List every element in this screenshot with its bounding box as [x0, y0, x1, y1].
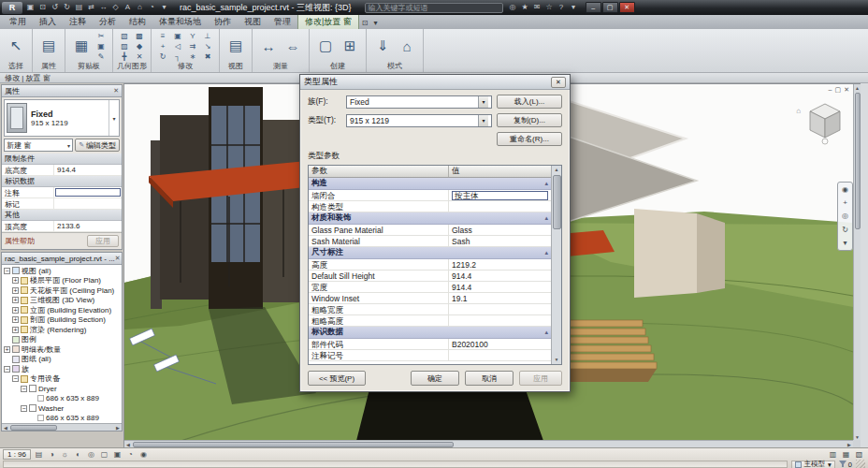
show-crop-region-icon[interactable]: ▣ — [111, 449, 123, 460]
save-icon[interactable]: ⊡ — [36, 1, 49, 14]
prop-value[interactable]: 2133.6 — [54, 221, 122, 231]
open-icon[interactable]: ▣ — [24, 1, 36, 14]
pin-icon[interactable]: ▴ — [544, 249, 548, 256]
param-group-row[interactable]: 构造▴ — [309, 178, 551, 190]
ribbon-tab-6[interactable]: 体量和场地 — [152, 14, 208, 29]
reveal-hidden-elements-icon[interactable]: ◉ — [137, 449, 150, 460]
prop-value[interactable]: 914.4 — [54, 165, 122, 175]
minimize-button[interactable]: – — [586, 2, 601, 13]
ok-button[interactable]: 确定 — [411, 371, 459, 386]
favorites-icon[interactable]: ☆ — [543, 1, 556, 14]
editable-only-icon[interactable]: ▦ — [840, 449, 852, 460]
rendering-dialog-icon[interactable]: ◎ — [85, 449, 97, 460]
param-value-cell[interactable]: 按主体 — [449, 190, 551, 200]
param-group-row[interactable]: 标识数据▴ — [309, 327, 551, 339]
rename-button[interactable]: 重命名(R)... — [497, 132, 562, 146]
redo-icon[interactable]: ↻ — [61, 1, 73, 14]
tree-item[interactable]: 天花板平面 (Ceiling Plan) — [30, 285, 114, 296]
family-dropdown[interactable]: Fixed ▾ — [346, 95, 492, 109]
selection-filter[interactable]: 0 — [839, 461, 852, 468]
viewcube[interactable] — [803, 98, 847, 145]
tree-item[interactable]: 视图 (all) — [22, 266, 51, 276]
copy-to-clipboard-icon[interactable]: ▣ — [94, 41, 108, 51]
scroll-up-icon[interactable]: ▲ — [553, 166, 560, 174]
tree-expander-icon[interactable]: − — [21, 386, 27, 392]
param-value-cell[interactable] — [449, 350, 551, 360]
chevron-down-icon[interactable]: ▾ — [478, 96, 488, 108]
ribbon-tab-9[interactable]: 管理 — [268, 14, 297, 29]
zoom-icon[interactable]: ◎ — [842, 212, 848, 220]
project-browser-header[interactable]: rac_basic_sample_project.rvt - ... ✕ — [2, 253, 122, 265]
scroll-right-icon[interactable]: ▶ — [114, 425, 122, 431]
tree-expander-icon[interactable]: + — [4, 346, 10, 353]
scroll-left-icon[interactable]: ◀ — [124, 442, 132, 447]
table-vertical-scrollbar[interactable]: ▲ ▼ — [551, 166, 561, 364]
close-icon[interactable]: ✕ — [113, 87, 119, 95]
cut-icon[interactable]: ✂ — [94, 31, 108, 40]
tree-item[interactable]: 专用设备 — [30, 373, 60, 384]
modify-arrow-icon[interactable]: ↖ — [5, 31, 27, 61]
wall-joins-icon[interactable]: ╋ — [118, 51, 131, 61]
scrollbar-thumb[interactable] — [553, 175, 561, 229]
scrollbar-thumb[interactable] — [133, 442, 454, 447]
qat-dropdown-icon[interactable]: ▾ — [158, 1, 170, 14]
tree-item[interactable]: 图例 — [22, 334, 36, 344]
press-drag-select-icon[interactable]: ▧ — [853, 449, 865, 460]
paste-icon[interactable]: ▦ — [70, 31, 93, 61]
pan-hand-icon[interactable]: + — [843, 198, 847, 207]
view-scale-control[interactable]: 1 : 96 — [3, 449, 31, 460]
sun-path-icon[interactable]: ☼ — [59, 449, 71, 460]
help-icon[interactable]: ? — [556, 1, 568, 14]
ribbon-tab-1[interactable]: 常用 — [3, 14, 33, 29]
measure-icon[interactable]: ⇄ — [85, 1, 97, 14]
ribbon-tab-8[interactable]: 视图 — [238, 14, 268, 29]
prop-value[interactable] — [54, 198, 122, 209]
param-value-cell[interactable] — [449, 201, 551, 212]
param-value-cell[interactable]: Sash — [449, 236, 551, 246]
ribbon-tab-10[interactable]: 修改|放置 窗 — [297, 13, 359, 29]
help-dropdown-icon[interactable]: ▾ — [568, 1, 580, 14]
browser-horizontal-scrollbar[interactable]: ◀ ▶ — [2, 423, 122, 431]
scroll-down-icon[interactable]: ▼ — [553, 356, 560, 364]
tree-expander-icon[interactable]: + — [12, 287, 19, 294]
rotate-icon[interactable]: ↻ — [156, 51, 169, 61]
tree-item[interactable]: 剖面 (Building Section) — [30, 314, 106, 325]
aligned-dimension-icon[interactable]: ↔ — [97, 1, 109, 14]
param-value-cell[interactable]: 1219.2 — [449, 259, 551, 270]
array-icon[interactable]: ∗ — [186, 51, 199, 61]
tree-item[interactable]: 立面 (Building Elevation) — [30, 305, 111, 315]
application-menu-button[interactable]: R — [2, 2, 22, 14]
param-value-cell[interactable] — [449, 315, 551, 326]
view-restore-icon[interactable]: ▢ — [835, 86, 842, 94]
resize-grip[interactable] — [856, 460, 865, 468]
close-icon[interactable]: ✕ — [115, 255, 121, 262]
canvas-horizontal-scrollbar[interactable]: ◀ ▶ — [124, 440, 853, 447]
tag-icon[interactable]: ◇ — [109, 1, 122, 14]
prop-group-header[interactable]: 限制条件 — [2, 154, 122, 165]
paint-icon[interactable]: ◆ — [133, 41, 146, 51]
tree-expander-icon[interactable]: + — [12, 327, 19, 333]
subscription-center-icon[interactable]: ★ — [519, 1, 531, 14]
design-options-dropdown[interactable]: 主模型 ▾ — [791, 461, 835, 468]
ribbon-minimize-toggle[interactable]: ⊡ — [359, 17, 371, 29]
load-button[interactable]: 载入(L)... — [497, 95, 562, 109]
orbit-icon[interactable]: ↻ — [842, 226, 848, 234]
dialog-apply-button[interactable]: 应用 — [519, 371, 562, 386]
visual-style-icon[interactable]: ◑ — [46, 449, 58, 460]
ribbon-tab-5[interactable]: 结构 — [123, 14, 152, 29]
tree-expander-icon[interactable]: + — [12, 316, 19, 323]
undo-icon[interactable]: ↺ — [49, 1, 61, 14]
type-selector[interactable]: Fixed 915 x 1219 ▾ — [4, 99, 120, 137]
home-icon[interactable]: ⌂ — [796, 107, 801, 115]
param-value-cell[interactable]: 914.4 — [449, 271, 551, 281]
dimension-icon[interactable]: ⇔ — [282, 31, 304, 61]
communication-center-icon[interactable]: ✉ — [531, 1, 543, 14]
new-element-combo[interactable]: 新建 窗 ▾ — [4, 139, 73, 152]
properties-icon[interactable]: ▤ — [37, 31, 60, 61]
tree-item[interactable]: 三维视图 (3D View) — [30, 295, 94, 305]
pin-icon[interactable]: ⊥ — [201, 31, 214, 40]
ribbon-tab-4[interactable]: 分析 — [93, 14, 123, 29]
tree-expander-icon[interactable]: + — [12, 277, 19, 284]
prop-group-header[interactable]: 其他 — [2, 210, 122, 221]
type-dropdown[interactable]: 915 x 1219 ▾ — [346, 114, 492, 127]
